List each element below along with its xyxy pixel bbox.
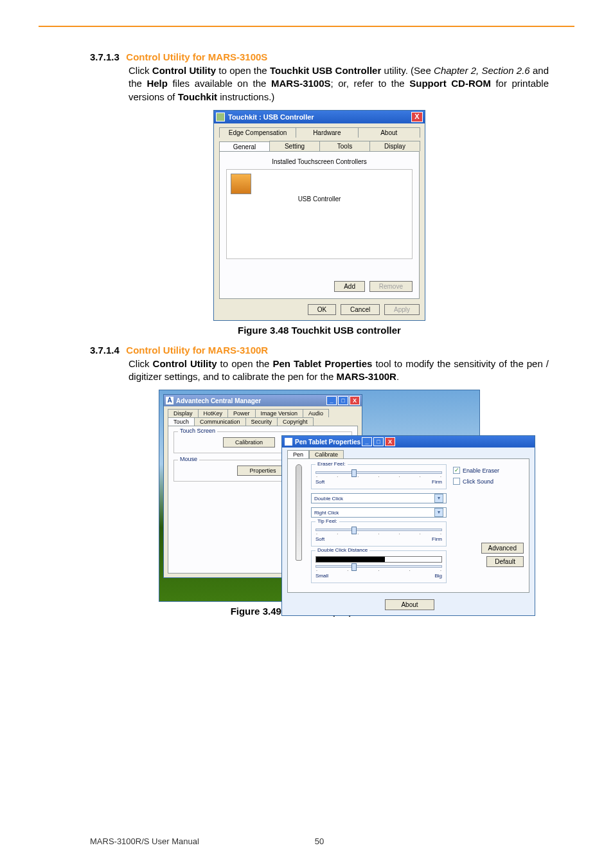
touchkit-window: Touchkit : USB Controller X Edge Compens… [213, 110, 425, 321]
default-button[interactable]: Default [486, 556, 524, 567]
pen-icon [296, 464, 302, 561]
dcd-slider[interactable] [315, 565, 442, 568]
ptp-body: Pen Calibrate Eraser Feel: ······· [282, 448, 535, 615]
checkbox-icon[interactable] [453, 478, 460, 485]
minimize-icon[interactable]: _ [326, 396, 337, 405]
controllers-list[interactable]: USB Controller [226, 169, 413, 259]
pen-settings: Eraser Feel: ······· SoftFirm Double Cli… [311, 464, 447, 587]
acm-app-icon: A [166, 397, 173, 404]
section-number: 3.7.1.4 [90, 345, 120, 356]
tab-pen[interactable]: Pen [287, 450, 309, 458]
calibration-button[interactable]: Calibration [223, 437, 275, 448]
advanced-button[interactable]: Advanced [481, 543, 524, 554]
ptp-side-buttons: Advanced Default [453, 543, 524, 567]
section1-paragraph: Click Control Utility to open the Touchk… [129, 64, 549, 104]
pen-panel: Eraser Feel: ······· SoftFirm Double Cli… [287, 458, 529, 593]
chevron-down-icon[interactable]: ▾ [434, 494, 443, 503]
chevron-down-icon[interactable]: ▾ [434, 508, 443, 517]
ptp-titlebar: Pen Tablet Properties _ □ X [282, 436, 535, 448]
add-button[interactable]: Add [334, 281, 365, 292]
maximize-icon[interactable]: □ [373, 437, 384, 446]
enable-eraser-label: Enable Eraser [463, 467, 499, 474]
tab-audio[interactable]: Audio [303, 409, 329, 417]
cancel-button[interactable]: Cancel [341, 304, 380, 315]
minimize-icon[interactable]: _ [362, 437, 372, 446]
tab-tools[interactable]: Tools [319, 141, 370, 151]
big-label: Big [434, 573, 442, 579]
tab-power[interactable]: Power [227, 409, 256, 417]
firm-label: Firm [432, 479, 442, 485]
properties-button[interactable]: Properties [237, 466, 288, 476]
tab-image-version[interactable]: Image Version [255, 409, 304, 417]
pen-graphic [293, 464, 305, 587]
soft-label: Soft [315, 479, 324, 485]
section-title: Control Utility for MARS-3100S [126, 51, 267, 62]
close-icon[interactable]: X [350, 396, 360, 405]
dcd-legend: Double Click Distance [315, 547, 369, 553]
app-icon [216, 113, 225, 122]
enable-eraser-checkbox[interactable]: ✓ Enable Eraser [453, 467, 524, 474]
small-label: Small [315, 573, 328, 579]
tab-about[interactable]: About [358, 127, 420, 138]
header-rule [39, 26, 574, 27]
tab-security[interactable]: Security [245, 417, 278, 426]
checkbox-icon[interactable]: ✓ [453, 467, 460, 474]
tab-general[interactable]: General [219, 141, 270, 152]
section-3-7-1-3: 3.7.1.3 Control Utility for MARS-3100S C… [90, 51, 549, 104]
section-3-7-1-4: 3.7.1.4 Control Utility for MARS-3100R C… [90, 345, 549, 384]
section-number: 3.7.1.3 [90, 51, 120, 62]
eraser-feel-slider[interactable] [315, 471, 442, 474]
right-click-label: Right Click [314, 510, 339, 516]
click-sound-label: Click Sound [463, 478, 493, 485]
section2-paragraph: Click Control Utility to open the Pen Ta… [129, 357, 549, 384]
double-click-label: Double Click [314, 496, 343, 502]
tab-communication[interactable]: Communication [194, 417, 246, 426]
tab-hotkey[interactable]: HotKey [198, 409, 229, 417]
titlebar: Touchkit : USB Controller X [214, 111, 425, 123]
close-icon[interactable]: X [411, 112, 423, 122]
controller-item[interactable]: USB Controller [231, 195, 408, 203]
tab-calibrate[interactable]: Calibrate [309, 450, 344, 458]
maximize-icon[interactable]: □ [338, 396, 348, 405]
general-panel: Installed Touchscreen Controllers USB Co… [219, 151, 420, 299]
dcd-group: Double Click Distance ····· SmallBig [311, 550, 447, 583]
panel-buttons: Add Remove [332, 281, 413, 292]
tab-edge-compensation[interactable]: Edge Compensation [219, 127, 296, 138]
pen-tablet-window: Pen Tablet Properties _ □ X Pen Calibrat… [281, 435, 535, 616]
ok-button[interactable]: OK [308, 304, 336, 315]
acm-title-text: Advantech Central Manager [176, 397, 261, 404]
footer-page-number: 50 [315, 836, 324, 846]
apply-button: Apply [384, 304, 420, 315]
page-content: 3.7.1.3 Control Utility for MARS-3100S C… [90, 51, 549, 617]
controller-icon[interactable] [231, 174, 251, 194]
acm-tabs-row1: Display HotKey Power Image Version Audio [164, 406, 362, 417]
controllers-label: Installed Touchscreen Controllers [226, 158, 413, 165]
tabs-row-1: Edge Compensation Hardware About [214, 123, 425, 138]
tab-display[interactable]: Display [168, 409, 199, 417]
figure-3-49: A Advantech Central Manager _ □ X Displa… [90, 390, 549, 617]
mouse-legend: Mouse [178, 456, 199, 462]
remove-button: Remove [369, 281, 413, 292]
close-icon[interactable]: X [385, 437, 395, 446]
tabs-row-2: General Setting Tools Display [214, 137, 425, 151]
eraser-feel-legend: Eraser Feel: [315, 461, 348, 467]
click-sound-checkbox[interactable]: Click Sound [453, 478, 524, 485]
figure-caption: Figure 3.48 Touchkit USB controller [90, 325, 549, 336]
tab-display[interactable]: Display [369, 141, 420, 151]
pen-options: ✓ Enable Eraser Click Sound Advanced Def… [453, 464, 524, 587]
tab-copyright[interactable]: Copyright [277, 417, 314, 426]
tab-hardware[interactable]: Hardware [296, 127, 358, 138]
ptp-title-text: Pen Tablet Properties [295, 439, 360, 446]
tab-touch[interactable]: Touch [168, 417, 195, 426]
ptp-app-icon [285, 438, 292, 446]
tip-feel-slider[interactable] [315, 529, 442, 531]
soft-label: Soft [315, 536, 324, 542]
tab-setting[interactable]: Setting [269, 141, 320, 151]
right-click-select[interactable]: Right Click ▾ [311, 507, 447, 518]
double-click-select[interactable]: Double Click ▾ [311, 493, 447, 503]
about-button[interactable]: About [385, 599, 434, 610]
window-title: Touchkit : USB Controller [228, 113, 314, 121]
acm-tabs-row2: Touch Communication Security Copyright [164, 417, 362, 426]
page-footer: MARS-3100R/S User Manual 50 [90, 836, 549, 846]
tip-feel-group: Tip Feel: ······· SoftFirm [311, 521, 447, 547]
